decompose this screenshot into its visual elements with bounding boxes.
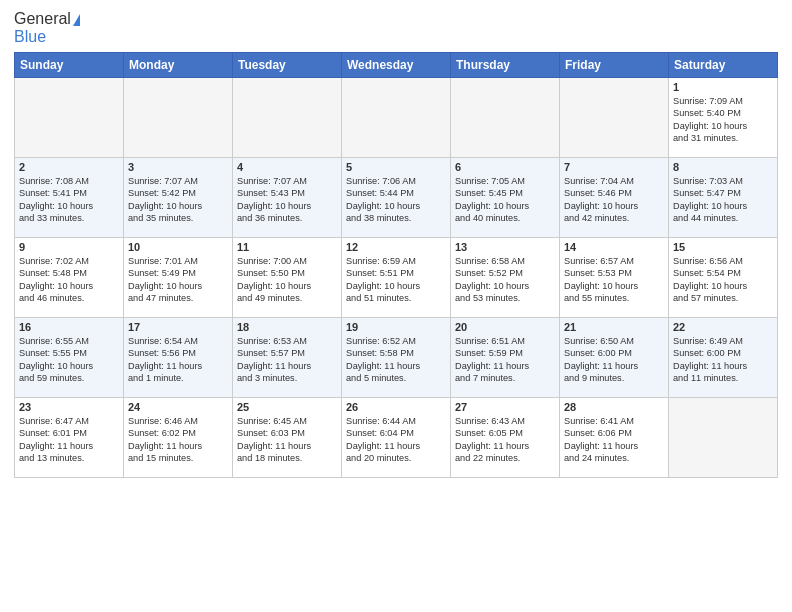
day-number: 16 <box>19 321 119 333</box>
day-info: Sunrise: 6:52 AM Sunset: 5:58 PM Dayligh… <box>346 335 446 385</box>
day-info: Sunrise: 6:46 AM Sunset: 6:02 PM Dayligh… <box>128 415 228 465</box>
day-info: Sunrise: 6:43 AM Sunset: 6:05 PM Dayligh… <box>455 415 555 465</box>
day-info: Sunrise: 6:53 AM Sunset: 5:57 PM Dayligh… <box>237 335 337 385</box>
calendar-cell <box>15 78 124 158</box>
logo-line1: General <box>14 10 80 28</box>
calendar-cell: 8Sunrise: 7:03 AM Sunset: 5:47 PM Daylig… <box>669 158 778 238</box>
day-header-monday: Monday <box>124 53 233 78</box>
day-number: 18 <box>237 321 337 333</box>
calendar-cell: 20Sunrise: 6:51 AM Sunset: 5:59 PM Dayli… <box>451 318 560 398</box>
calendar-cell: 9Sunrise: 7:02 AM Sunset: 5:48 PM Daylig… <box>15 238 124 318</box>
calendar-cell: 10Sunrise: 7:01 AM Sunset: 5:49 PM Dayli… <box>124 238 233 318</box>
calendar-cell: 3Sunrise: 7:07 AM Sunset: 5:42 PM Daylig… <box>124 158 233 238</box>
day-number: 17 <box>128 321 228 333</box>
day-header-thursday: Thursday <box>451 53 560 78</box>
day-info: Sunrise: 6:56 AM Sunset: 5:54 PM Dayligh… <box>673 255 773 305</box>
day-info: Sunrise: 7:00 AM Sunset: 5:50 PM Dayligh… <box>237 255 337 305</box>
day-number: 15 <box>673 241 773 253</box>
calendar-cell: 23Sunrise: 6:47 AM Sunset: 6:01 PM Dayli… <box>15 398 124 478</box>
calendar-cell: 6Sunrise: 7:05 AM Sunset: 5:45 PM Daylig… <box>451 158 560 238</box>
calendar-cell: 27Sunrise: 6:43 AM Sunset: 6:05 PM Dayli… <box>451 398 560 478</box>
day-number: 26 <box>346 401 446 413</box>
day-info: Sunrise: 6:58 AM Sunset: 5:52 PM Dayligh… <box>455 255 555 305</box>
calendar-cell: 19Sunrise: 6:52 AM Sunset: 5:58 PM Dayli… <box>342 318 451 398</box>
calendar-week-4: 16Sunrise: 6:55 AM Sunset: 5:55 PM Dayli… <box>15 318 778 398</box>
day-number: 6 <box>455 161 555 173</box>
logo-line2: Blue <box>14 28 46 46</box>
calendar-cell: 12Sunrise: 6:59 AM Sunset: 5:51 PM Dayli… <box>342 238 451 318</box>
calendar-cell: 15Sunrise: 6:56 AM Sunset: 5:54 PM Dayli… <box>669 238 778 318</box>
day-number: 8 <box>673 161 773 173</box>
day-info: Sunrise: 6:51 AM Sunset: 5:59 PM Dayligh… <box>455 335 555 385</box>
calendar-week-1: 1Sunrise: 7:09 AM Sunset: 5:40 PM Daylig… <box>15 78 778 158</box>
header: General Blue <box>14 10 778 46</box>
day-info: Sunrise: 6:47 AM Sunset: 6:01 PM Dayligh… <box>19 415 119 465</box>
day-number: 1 <box>673 81 773 93</box>
calendar-cell: 26Sunrise: 6:44 AM Sunset: 6:04 PM Dayli… <box>342 398 451 478</box>
calendar-cell: 14Sunrise: 6:57 AM Sunset: 5:53 PM Dayli… <box>560 238 669 318</box>
logo-triangle-icon <box>73 14 80 26</box>
calendar-cell: 21Sunrise: 6:50 AM Sunset: 6:00 PM Dayli… <box>560 318 669 398</box>
day-number: 27 <box>455 401 555 413</box>
day-number: 12 <box>346 241 446 253</box>
calendar-table: SundayMondayTuesdayWednesdayThursdayFrid… <box>14 52 778 478</box>
day-number: 19 <box>346 321 446 333</box>
day-number: 9 <box>19 241 119 253</box>
calendar-cell <box>342 78 451 158</box>
day-header-tuesday: Tuesday <box>233 53 342 78</box>
day-number: 14 <box>564 241 664 253</box>
day-info: Sunrise: 6:50 AM Sunset: 6:00 PM Dayligh… <box>564 335 664 385</box>
day-number: 13 <box>455 241 555 253</box>
calendar-cell: 7Sunrise: 7:04 AM Sunset: 5:46 PM Daylig… <box>560 158 669 238</box>
calendar-cell: 28Sunrise: 6:41 AM Sunset: 6:06 PM Dayli… <box>560 398 669 478</box>
calendar-cell: 11Sunrise: 7:00 AM Sunset: 5:50 PM Dayli… <box>233 238 342 318</box>
day-number: 3 <box>128 161 228 173</box>
day-info: Sunrise: 7:08 AM Sunset: 5:41 PM Dayligh… <box>19 175 119 225</box>
day-info: Sunrise: 7:05 AM Sunset: 5:45 PM Dayligh… <box>455 175 555 225</box>
calendar-cell <box>124 78 233 158</box>
calendar-cell: 2Sunrise: 7:08 AM Sunset: 5:41 PM Daylig… <box>15 158 124 238</box>
day-number: 20 <box>455 321 555 333</box>
day-number: 2 <box>19 161 119 173</box>
day-info: Sunrise: 7:07 AM Sunset: 5:42 PM Dayligh… <box>128 175 228 225</box>
day-number: 24 <box>128 401 228 413</box>
calendar-cell: 18Sunrise: 6:53 AM Sunset: 5:57 PM Dayli… <box>233 318 342 398</box>
day-info: Sunrise: 6:41 AM Sunset: 6:06 PM Dayligh… <box>564 415 664 465</box>
day-info: Sunrise: 7:03 AM Sunset: 5:47 PM Dayligh… <box>673 175 773 225</box>
day-number: 10 <box>128 241 228 253</box>
calendar-cell: 17Sunrise: 6:54 AM Sunset: 5:56 PM Dayli… <box>124 318 233 398</box>
day-info: Sunrise: 7:04 AM Sunset: 5:46 PM Dayligh… <box>564 175 664 225</box>
logo-general-text: General <box>14 10 71 27</box>
day-info: Sunrise: 7:07 AM Sunset: 5:43 PM Dayligh… <box>237 175 337 225</box>
day-info: Sunrise: 6:54 AM Sunset: 5:56 PM Dayligh… <box>128 335 228 385</box>
calendar-week-2: 2Sunrise: 7:08 AM Sunset: 5:41 PM Daylig… <box>15 158 778 238</box>
calendar-cell: 16Sunrise: 6:55 AM Sunset: 5:55 PM Dayli… <box>15 318 124 398</box>
day-info: Sunrise: 7:01 AM Sunset: 5:49 PM Dayligh… <box>128 255 228 305</box>
calendar-cell <box>669 398 778 478</box>
day-info: Sunrise: 7:06 AM Sunset: 5:44 PM Dayligh… <box>346 175 446 225</box>
day-header-friday: Friday <box>560 53 669 78</box>
logo: General Blue <box>14 10 80 46</box>
day-info: Sunrise: 6:59 AM Sunset: 5:51 PM Dayligh… <box>346 255 446 305</box>
calendar-cell: 25Sunrise: 6:45 AM Sunset: 6:03 PM Dayli… <box>233 398 342 478</box>
calendar-cell <box>451 78 560 158</box>
day-header-saturday: Saturday <box>669 53 778 78</box>
calendar-cell: 24Sunrise: 6:46 AM Sunset: 6:02 PM Dayli… <box>124 398 233 478</box>
calendar-cell: 1Sunrise: 7:09 AM Sunset: 5:40 PM Daylig… <box>669 78 778 158</box>
day-info: Sunrise: 6:49 AM Sunset: 6:00 PM Dayligh… <box>673 335 773 385</box>
day-info: Sunrise: 6:55 AM Sunset: 5:55 PM Dayligh… <box>19 335 119 385</box>
calendar-cell <box>560 78 669 158</box>
day-number: 25 <box>237 401 337 413</box>
day-number: 5 <box>346 161 446 173</box>
calendar-cell <box>233 78 342 158</box>
day-info: Sunrise: 7:09 AM Sunset: 5:40 PM Dayligh… <box>673 95 773 145</box>
day-header-wednesday: Wednesday <box>342 53 451 78</box>
day-info: Sunrise: 6:45 AM Sunset: 6:03 PM Dayligh… <box>237 415 337 465</box>
day-number: 11 <box>237 241 337 253</box>
day-number: 28 <box>564 401 664 413</box>
day-number: 7 <box>564 161 664 173</box>
calendar-cell: 22Sunrise: 6:49 AM Sunset: 6:00 PM Dayli… <box>669 318 778 398</box>
day-number: 21 <box>564 321 664 333</box>
day-number: 23 <box>19 401 119 413</box>
calendar-week-3: 9Sunrise: 7:02 AM Sunset: 5:48 PM Daylig… <box>15 238 778 318</box>
